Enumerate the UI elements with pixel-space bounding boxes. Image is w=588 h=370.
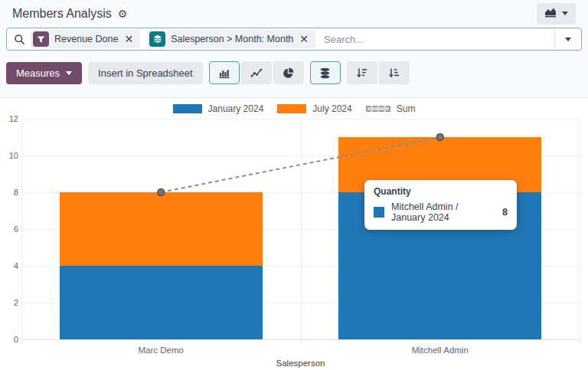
- chart-type-group: [209, 61, 304, 84]
- pie-chart-button[interactable]: [273, 61, 304, 84]
- y-tick-label: 2: [0, 298, 18, 307]
- graph-view: January 2024 July 2024 Sum 024681012Marc…: [0, 98, 588, 370]
- legend-marker-july: [277, 104, 306, 113]
- measures-label: Measures: [16, 67, 60, 79]
- bar-chart-icon: [218, 67, 230, 79]
- chart-tooltip: Quantity Mitchell Admin / January 2024 8: [364, 180, 517, 230]
- grid-line: [580, 119, 580, 344]
- view-switcher-button[interactable]: [537, 3, 576, 25]
- header-row: Members Analysis ⚙: [6, 0, 582, 25]
- x-category-label: Mitchell Admin: [379, 345, 501, 355]
- legend-label: January 2024: [208, 103, 264, 114]
- sort-descending-button[interactable]: [347, 61, 377, 84]
- search-dropdown-toggle[interactable]: [554, 28, 581, 50]
- legend-marker-january: [173, 104, 202, 113]
- y-tick-label: 6: [0, 224, 18, 234]
- search-icon: [7, 34, 31, 45]
- tooltip-value: 8: [502, 207, 508, 218]
- line-chart-icon: [250, 67, 263, 79]
- tooltip-label: Mitchell Admin / January 2024: [391, 201, 494, 223]
- legend-item[interactable]: Sum: [366, 103, 416, 114]
- page-title: Members Analysis ⚙: [12, 7, 127, 21]
- chart-legend: January 2024 July 2024 Sum: [0, 103, 588, 114]
- chevron-down-icon: [565, 38, 571, 41]
- bar-segment[interactable]: [60, 192, 263, 266]
- sort-descending-icon: [356, 67, 368, 79]
- legend-marker-sum: [366, 106, 390, 112]
- y-tick-label: 0: [0, 335, 18, 344]
- facet-close-icon[interactable]: ✕: [299, 34, 309, 44]
- tooltip-series-marker: [374, 207, 384, 218]
- line-chart-button[interactable]: [241, 61, 272, 84]
- facet-label: Salesperson > Month: Month: [171, 34, 293, 44]
- x-axis-title: Salesperson: [240, 359, 362, 368]
- facet-close-icon[interactable]: ✕: [123, 34, 134, 44]
- page-title-text: Members Analysis: [12, 7, 112, 21]
- grid-line: [21, 119, 22, 344]
- legend-item[interactable]: January 2024: [173, 103, 264, 114]
- sort-ascending-icon: [388, 67, 400, 79]
- stacked-toggle-button[interactable]: [310, 61, 341, 84]
- x-category-label: Marc Demo: [100, 345, 222, 355]
- area-chart-icon: [544, 7, 557, 21]
- facet-label: Revenue Done: [54, 34, 118, 44]
- toolbar: Measures Insert in Spreadsheet: [6, 61, 582, 84]
- search-input[interactable]: [322, 33, 554, 46]
- insert-in-spreadsheet-button[interactable]: Insert in Spreadsheet: [88, 62, 203, 84]
- search-bar[interactable]: Revenue Done ✕ Salesperson > Month: Mont…: [6, 28, 582, 51]
- y-tick-label: 12: [0, 114, 18, 123]
- legend-label: Sum: [397, 103, 416, 114]
- y-tick-label: 8: [0, 188, 18, 197]
- bar-segment[interactable]: [60, 266, 263, 339]
- stacked-icon: [319, 67, 331, 79]
- filter-icon: [33, 31, 49, 47]
- control-panel: Members Analysis ⚙ Revenue Done ✕ Salesp…: [0, 0, 588, 98]
- y-tick-label: 4: [0, 261, 18, 270]
- legend-item[interactable]: July 2024: [277, 103, 351, 114]
- search-facet-filter[interactable]: Revenue Done ✕: [31, 30, 140, 48]
- group-by-icon: [149, 31, 165, 47]
- legend-label: July 2024: [312, 103, 351, 114]
- tooltip-row: Mitchell Admin / January 2024 8: [374, 201, 508, 223]
- measures-button[interactable]: Measures: [6, 62, 82, 84]
- sort-ascending-button[interactable]: [379, 61, 410, 84]
- pie-chart-icon: [283, 67, 294, 79]
- tooltip-title: Quantity: [374, 186, 508, 197]
- bar-chart-button[interactable]: [209, 61, 240, 84]
- sort-group: [347, 61, 410, 84]
- gear-icon[interactable]: ⚙: [118, 8, 128, 19]
- chevron-down-icon: [562, 11, 568, 15]
- grid-line: [301, 119, 302, 344]
- search-facet-groupby[interactable]: Salesperson > Month: Month ✕: [147, 30, 315, 48]
- y-tick-label: 10: [0, 151, 18, 160]
- chevron-down-icon: [66, 71, 72, 75]
